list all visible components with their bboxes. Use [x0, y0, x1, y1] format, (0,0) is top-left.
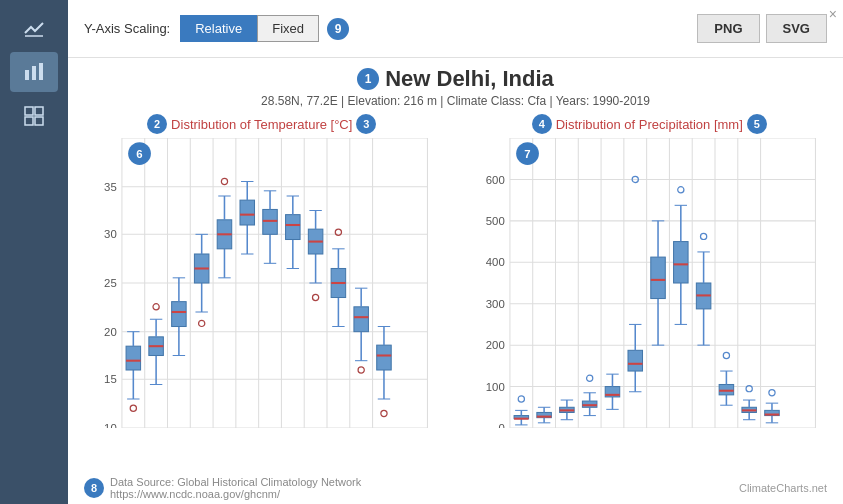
- chart-area: 1 New Delhi, India 28.58N, 77.2E | Eleva…: [68, 58, 843, 504]
- precip-chart-container: 0 100 200 300 400 500 600 7: [466, 138, 834, 428]
- svg-rect-5: [25, 117, 33, 125]
- precipitation-chart-panel: 4 Distribution of Precipitation [mm] 5: [456, 114, 844, 454]
- precip-chart-subtitle: 4 Distribution of Precipitation [mm] 5: [466, 114, 834, 134]
- svg-rect-121: [377, 345, 392, 370]
- svg-point-65: [199, 320, 205, 326]
- svg-point-216: [677, 187, 683, 193]
- badge-9: 9: [327, 18, 349, 40]
- y-axis-scaling-label: Y-Axis Scaling:: [84, 21, 170, 36]
- precip-subtitle-text: Distribution of Precipitation [mm]: [556, 117, 743, 132]
- svg-rect-4: [35, 107, 43, 115]
- temp-chart-subtitle: 2 Distribution of Temperature [°C] 3: [78, 114, 446, 134]
- badge-1: 1: [357, 68, 379, 90]
- temp-chart-svg: 10 15 20 25 30 35 6: [78, 138, 446, 428]
- export-png-button[interactable]: PNG: [697, 14, 759, 43]
- svg-point-232: [723, 352, 729, 358]
- footer-source-line1: Data Source: Global Historical Climatolo…: [110, 476, 361, 488]
- export-group: PNG SVG: [691, 14, 827, 43]
- sidebar-icon-grid[interactable]: [10, 96, 58, 136]
- sidebar: [0, 0, 68, 504]
- svg-text:15: 15: [104, 373, 117, 385]
- relative-scale-button[interactable]: Relative: [180, 15, 257, 42]
- location-title: 1 New Delhi, India: [68, 66, 843, 92]
- svg-point-118: [358, 367, 364, 373]
- footer-source-line2: https://www.ncdc.noaa.gov/ghcnm/: [110, 488, 361, 500]
- fixed-scale-button[interactable]: Fixed: [257, 15, 319, 42]
- temp-subtitle-text: Distribution of Temperature [°C]: [171, 117, 352, 132]
- title-section: 1 New Delhi, India 28.58N, 77.2E | Eleva…: [68, 58, 843, 110]
- svg-rect-90: [286, 215, 301, 240]
- sidebar-icon-line-chart[interactable]: [10, 8, 58, 48]
- svg-text:25: 25: [104, 277, 117, 289]
- main-content: Y-Axis Scaling: Relative Fixed 9 PNG SVG…: [68, 0, 843, 504]
- svg-point-186: [586, 375, 592, 381]
- svg-text:10: 10: [104, 422, 117, 428]
- svg-text:200: 200: [485, 339, 504, 351]
- svg-rect-2: [39, 63, 43, 80]
- topbar: Y-Axis Scaling: Relative Fixed 9 PNG SVG…: [68, 0, 843, 58]
- footer-brand: ClimateCharts.net: [739, 482, 827, 494]
- svg-rect-76: [240, 200, 255, 225]
- svg-text:30: 30: [104, 228, 117, 240]
- svg-rect-3: [25, 107, 33, 115]
- svg-rect-211: [673, 242, 688, 283]
- footer: 8 Data Source: Global Historical Climato…: [68, 472, 843, 504]
- temp-chart-container: 10 15 20 25 30 35 6: [78, 138, 446, 428]
- svg-text:400: 400: [485, 256, 504, 268]
- svg-point-42: [130, 405, 136, 411]
- svg-rect-113: [354, 307, 369, 332]
- temperature-chart-panel: 2 Distribution of Temperature [°C] 3: [68, 114, 456, 454]
- svg-text:500: 500: [485, 215, 504, 227]
- svg-text:35: 35: [104, 181, 117, 193]
- svg-rect-6: [35, 117, 43, 125]
- badge-3: 3: [356, 114, 376, 134]
- svg-text:300: 300: [485, 298, 504, 310]
- meta-info: 28.58N, 77.2E | Elevation: 216 m | Clima…: [68, 94, 843, 108]
- svg-point-126: [381, 410, 387, 416]
- svg-point-164: [518, 396, 524, 402]
- svg-point-224: [700, 233, 706, 239]
- svg-rect-53: [172, 302, 187, 327]
- footer-source: Data Source: Global Historical Climatolo…: [110, 476, 361, 500]
- svg-rect-204: [650, 257, 665, 298]
- svg-point-102: [313, 294, 319, 300]
- svg-rect-37: [126, 346, 141, 370]
- badge-2: 2: [147, 114, 167, 134]
- precip-chart-svg: 0 100 200 300 400 500 600 7: [466, 138, 834, 428]
- badge-4: 4: [532, 114, 552, 134]
- svg-text:600: 600: [485, 174, 504, 186]
- close-button[interactable]: ×: [829, 6, 837, 22]
- svg-text:6: 6: [136, 148, 142, 160]
- charts-row: 2 Distribution of Temperature [°C] 3: [68, 114, 843, 454]
- svg-rect-0: [25, 70, 29, 80]
- svg-text:20: 20: [104, 326, 117, 338]
- svg-text:100: 100: [485, 381, 504, 393]
- svg-text:0: 0: [498, 422, 504, 428]
- svg-rect-1: [32, 66, 36, 80]
- location-name: New Delhi, India: [385, 66, 554, 92]
- svg-point-248: [768, 390, 774, 396]
- badge-8: 8: [84, 478, 104, 498]
- export-svg-button[interactable]: SVG: [766, 14, 827, 43]
- badge-5: 5: [747, 114, 767, 134]
- svg-rect-196: [628, 350, 643, 371]
- svg-point-73: [221, 178, 227, 184]
- sidebar-icon-bar-chart[interactable]: [10, 52, 58, 92]
- svg-text:7: 7: [524, 148, 530, 160]
- svg-point-50: [153, 304, 159, 310]
